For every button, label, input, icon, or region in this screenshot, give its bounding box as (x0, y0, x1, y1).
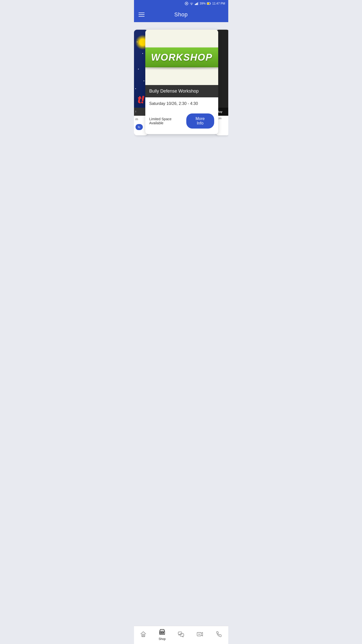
page-title: Shop (174, 11, 188, 18)
bottom-nav: Shop (134, 626, 228, 644)
card-title-bar: Bully Defense Workshop (145, 85, 218, 97)
svg-rect-3 (195, 4, 196, 5)
status-bar: 39% 11:47 PM (134, 0, 228, 7)
card-main-image: WORKSHOP (145, 30, 218, 85)
svg-rect-9 (210, 3, 211, 4)
phone-icon (215, 631, 222, 638)
app-bar: Shop (134, 7, 228, 22)
svg-rect-7 (198, 2, 198, 5)
svg-rect-15 (162, 632, 163, 633)
menu-button[interactable] (139, 13, 145, 17)
more-info-button[interactable]: More Info (186, 113, 214, 129)
event-date: Saturday 10/26, 2:30 - 4:30 (149, 101, 214, 106)
signal-icon (195, 2, 198, 5)
status-time: 11:47 PM (212, 2, 225, 5)
svg-rect-11 (142, 634, 145, 637)
card-footer: Limited Space Available More Info (149, 113, 214, 130)
nav-item-home[interactable] (136, 631, 151, 638)
nav-item-phone[interactable] (211, 631, 226, 638)
card-body: Saturday 10/26, 2:30 - 4:30 Limited Spac… (145, 97, 218, 134)
card-main: WORKSHOP Bully Defense Workshop Saturday… (145, 30, 218, 134)
workshop-label: WORKSHOP (151, 52, 212, 62)
svg-rect-6 (197, 3, 198, 5)
svg-rect-13 (160, 631, 165, 634)
limited-space-label: Limited Space Available (149, 117, 186, 125)
nav-item-video[interactable] (192, 631, 207, 638)
card-left-more-info-button[interactable]: fo (135, 124, 143, 130)
svg-rect-4 (196, 4, 196, 5)
circle-plus-icon (185, 2, 188, 5)
svg-marker-21 (199, 633, 200, 635)
svg-rect-12 (143, 635, 144, 637)
svg-rect-14 (160, 632, 161, 633)
main-content: t! ! m fo WORKSHOP Bully Defense Worksho… (134, 22, 228, 626)
cards-row: t! ! m fo WORKSHOP Bully Defense Worksho… (134, 30, 228, 135)
svg-rect-10 (207, 3, 209, 5)
event-title: Bully Defense Workshop (149, 89, 199, 94)
chat-icon (178, 631, 184, 638)
nav-item-shop[interactable]: Shop (155, 629, 170, 641)
video-icon (197, 631, 203, 638)
nav-shop-label: Shop (159, 637, 166, 641)
svg-rect-5 (196, 3, 197, 5)
home-icon (140, 631, 147, 638)
svg-rect-16 (163, 632, 164, 633)
nav-item-chat[interactable] (173, 631, 189, 638)
svg-rect-19 (180, 634, 184, 636)
wifi-icon (190, 2, 194, 5)
workshop-badge: WORKSHOP (145, 47, 218, 67)
shop-icon (159, 629, 165, 636)
battery-percent: 39% (200, 2, 206, 5)
battery-icon (207, 2, 211, 5)
svg-rect-18 (178, 632, 182, 634)
status-icons: 39% 11:47 PM (185, 2, 225, 5)
